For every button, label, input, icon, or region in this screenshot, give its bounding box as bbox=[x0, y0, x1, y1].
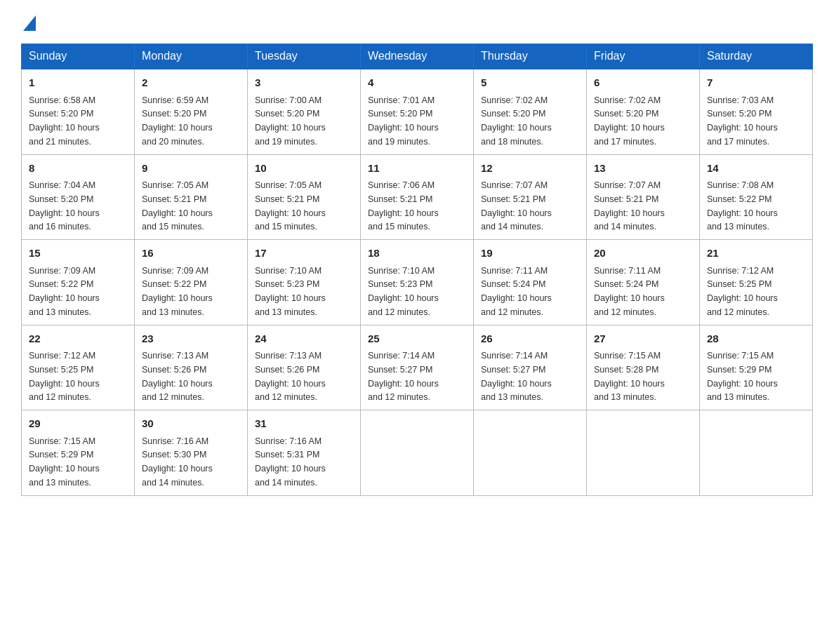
day-number: 9 bbox=[142, 161, 240, 177]
calendar-cell: 27 Sunrise: 7:15 AMSunset: 5:28 PMDaylig… bbox=[587, 325, 700, 410]
calendar-cell: 26 Sunrise: 7:14 AMSunset: 5:27 PMDaylig… bbox=[474, 325, 587, 410]
day-info: Sunrise: 7:02 AMSunset: 5:20 PMDaylight:… bbox=[594, 95, 665, 147]
calendar-week-row: 22 Sunrise: 7:12 AMSunset: 5:25 PMDaylig… bbox=[22, 325, 813, 410]
svg-marker-0 bbox=[23, 15, 36, 31]
calendar-cell bbox=[700, 410, 813, 496]
calendar-cell: 10 Sunrise: 7:05 AMSunset: 5:21 PMDaylig… bbox=[248, 154, 361, 240]
calendar-cell: 21 Sunrise: 7:12 AMSunset: 5:25 PMDaylig… bbox=[700, 240, 813, 326]
calendar-week-row: 8 Sunrise: 7:04 AMSunset: 5:20 PMDayligh… bbox=[22, 154, 813, 240]
calendar-cell: 12 Sunrise: 7:07 AMSunset: 5:21 PMDaylig… bbox=[474, 154, 587, 240]
logo-triangle-icon bbox=[23, 15, 36, 31]
header-wednesday: Wednesday bbox=[361, 44, 474, 69]
day-info: Sunrise: 7:12 AMSunset: 5:25 PMDaylight:… bbox=[29, 351, 100, 402]
day-info: Sunrise: 7:05 AMSunset: 5:21 PMDaylight:… bbox=[255, 180, 326, 232]
day-info: Sunrise: 7:11 AMSunset: 5:24 PMDaylight:… bbox=[594, 266, 665, 317]
calendar-cell: 9 Sunrise: 7:05 AMSunset: 5:21 PMDayligh… bbox=[135, 154, 248, 240]
header-sunday: Sunday bbox=[22, 44, 135, 69]
day-number: 1 bbox=[29, 75, 127, 91]
day-info: Sunrise: 7:13 AMSunset: 5:26 PMDaylight:… bbox=[142, 351, 213, 402]
calendar-cell: 16 Sunrise: 7:09 AMSunset: 5:22 PMDaylig… bbox=[135, 240, 248, 326]
header-tuesday: Tuesday bbox=[248, 44, 361, 69]
calendar-cell bbox=[361, 410, 474, 496]
calendar-cell: 3 Sunrise: 7:00 AMSunset: 5:20 PMDayligh… bbox=[248, 69, 361, 154]
day-number: 8 bbox=[29, 161, 127, 177]
day-number: 13 bbox=[594, 161, 692, 177]
day-number: 17 bbox=[255, 246, 353, 262]
day-number: 6 bbox=[594, 75, 692, 91]
day-info: Sunrise: 7:07 AMSunset: 5:21 PMDaylight:… bbox=[481, 180, 552, 232]
calendar-cell: 24 Sunrise: 7:13 AMSunset: 5:26 PMDaylig… bbox=[248, 325, 361, 410]
day-number: 18 bbox=[368, 246, 466, 262]
day-info: Sunrise: 7:04 AMSunset: 5:20 PMDaylight:… bbox=[29, 180, 100, 232]
day-info: Sunrise: 7:15 AMSunset: 5:28 PMDaylight:… bbox=[594, 351, 665, 402]
header-friday: Friday bbox=[587, 44, 700, 69]
day-number: 21 bbox=[707, 246, 805, 262]
day-number: 19 bbox=[481, 246, 579, 262]
day-number: 14 bbox=[707, 161, 805, 177]
calendar-cell: 30 Sunrise: 7:16 AMSunset: 5:30 PMDaylig… bbox=[135, 410, 248, 496]
day-number: 26 bbox=[481, 331, 579, 347]
day-info: Sunrise: 7:03 AMSunset: 5:20 PMDaylight:… bbox=[707, 95, 778, 147]
calendar-cell: 6 Sunrise: 7:02 AMSunset: 5:20 PMDayligh… bbox=[587, 69, 700, 154]
day-info: Sunrise: 6:58 AMSunset: 5:20 PMDaylight:… bbox=[29, 95, 100, 147]
day-info: Sunrise: 7:12 AMSunset: 5:25 PMDaylight:… bbox=[707, 266, 778, 317]
calendar-cell: 19 Sunrise: 7:11 AMSunset: 5:24 PMDaylig… bbox=[474, 240, 587, 326]
day-number: 10 bbox=[255, 161, 353, 177]
day-info: Sunrise: 7:01 AMSunset: 5:20 PMDaylight:… bbox=[368, 95, 439, 147]
calendar-cell: 11 Sunrise: 7:06 AMSunset: 5:21 PMDaylig… bbox=[361, 154, 474, 240]
day-number: 20 bbox=[594, 246, 692, 262]
calendar-header-row: SundayMondayTuesdayWednesdayThursdayFrid… bbox=[22, 44, 813, 69]
day-info: Sunrise: 7:00 AMSunset: 5:20 PMDaylight:… bbox=[255, 95, 326, 147]
day-info: Sunrise: 7:02 AMSunset: 5:20 PMDaylight:… bbox=[481, 95, 552, 147]
calendar-cell: 4 Sunrise: 7:01 AMSunset: 5:20 PMDayligh… bbox=[361, 69, 474, 154]
day-info: Sunrise: 7:15 AMSunset: 5:29 PMDaylight:… bbox=[707, 351, 778, 402]
day-info: Sunrise: 7:05 AMSunset: 5:21 PMDaylight:… bbox=[142, 180, 213, 232]
calendar-week-row: 29 Sunrise: 7:15 AMSunset: 5:29 PMDaylig… bbox=[22, 410, 813, 496]
day-info: Sunrise: 7:14 AMSunset: 5:27 PMDaylight:… bbox=[368, 351, 439, 402]
day-number: 5 bbox=[481, 75, 579, 91]
calendar-cell: 15 Sunrise: 7:09 AMSunset: 5:22 PMDaylig… bbox=[22, 240, 135, 326]
day-number: 25 bbox=[368, 331, 466, 347]
day-number: 23 bbox=[142, 331, 240, 347]
day-number: 28 bbox=[707, 331, 805, 347]
calendar-cell: 25 Sunrise: 7:14 AMSunset: 5:27 PMDaylig… bbox=[361, 325, 474, 410]
calendar-cell: 17 Sunrise: 7:10 AMSunset: 5:23 PMDaylig… bbox=[248, 240, 361, 326]
day-info: Sunrise: 7:10 AMSunset: 5:23 PMDaylight:… bbox=[368, 266, 439, 317]
day-number: 30 bbox=[142, 416, 240, 432]
day-number: 7 bbox=[707, 75, 805, 91]
day-info: Sunrise: 7:13 AMSunset: 5:26 PMDaylight:… bbox=[255, 351, 326, 402]
logo bbox=[21, 14, 36, 31]
day-number: 22 bbox=[29, 331, 127, 347]
day-number: 24 bbox=[255, 331, 353, 347]
day-info: Sunrise: 7:09 AMSunset: 5:22 PMDaylight:… bbox=[142, 266, 213, 317]
day-info: Sunrise: 7:11 AMSunset: 5:24 PMDaylight:… bbox=[481, 266, 552, 317]
calendar-week-row: 1 Sunrise: 6:58 AMSunset: 5:20 PMDayligh… bbox=[22, 69, 813, 154]
day-number: 16 bbox=[142, 246, 240, 262]
day-info: Sunrise: 7:09 AMSunset: 5:22 PMDaylight:… bbox=[29, 266, 100, 317]
day-info: Sunrise: 7:07 AMSunset: 5:21 PMDaylight:… bbox=[594, 180, 665, 232]
day-info: Sunrise: 7:10 AMSunset: 5:23 PMDaylight:… bbox=[255, 266, 326, 317]
calendar-cell: 23 Sunrise: 7:13 AMSunset: 5:26 PMDaylig… bbox=[135, 325, 248, 410]
calendar-cell: 13 Sunrise: 7:07 AMSunset: 5:21 PMDaylig… bbox=[587, 154, 700, 240]
calendar-cell: 18 Sunrise: 7:10 AMSunset: 5:23 PMDaylig… bbox=[361, 240, 474, 326]
day-number: 27 bbox=[594, 331, 692, 347]
header-saturday: Saturday bbox=[700, 44, 813, 69]
header-monday: Monday bbox=[135, 44, 248, 69]
calendar-cell: 7 Sunrise: 7:03 AMSunset: 5:20 PMDayligh… bbox=[700, 69, 813, 154]
calendar-week-row: 15 Sunrise: 7:09 AMSunset: 5:22 PMDaylig… bbox=[22, 240, 813, 326]
day-number: 3 bbox=[255, 75, 353, 91]
day-number: 15 bbox=[29, 246, 127, 262]
calendar-cell: 22 Sunrise: 7:12 AMSunset: 5:25 PMDaylig… bbox=[22, 325, 135, 410]
calendar-cell: 1 Sunrise: 6:58 AMSunset: 5:20 PMDayligh… bbox=[22, 69, 135, 154]
day-number: 12 bbox=[481, 161, 579, 177]
calendar-cell: 5 Sunrise: 7:02 AMSunset: 5:20 PMDayligh… bbox=[474, 69, 587, 154]
day-info: Sunrise: 7:14 AMSunset: 5:27 PMDaylight:… bbox=[481, 351, 552, 402]
day-number: 2 bbox=[142, 75, 240, 91]
day-info: Sunrise: 6:59 AMSunset: 5:20 PMDaylight:… bbox=[142, 95, 213, 147]
day-number: 29 bbox=[29, 416, 127, 432]
day-info: Sunrise: 7:15 AMSunset: 5:29 PMDaylight:… bbox=[29, 436, 100, 488]
calendar-cell bbox=[474, 410, 587, 496]
day-info: Sunrise: 7:06 AMSunset: 5:21 PMDaylight:… bbox=[368, 180, 439, 232]
header-thursday: Thursday bbox=[474, 44, 587, 69]
calendar-cell: 31 Sunrise: 7:16 AMSunset: 5:31 PMDaylig… bbox=[248, 410, 361, 496]
